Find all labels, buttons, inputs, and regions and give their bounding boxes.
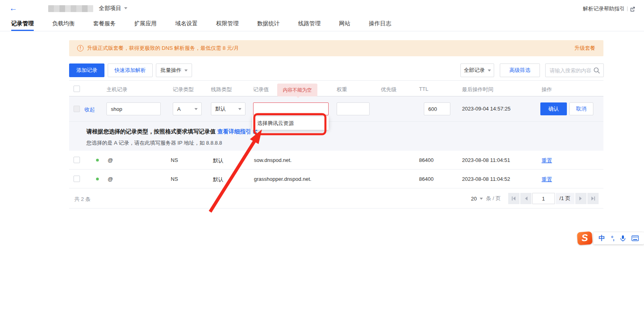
- row-checkbox[interactable]: [74, 157, 80, 163]
- header-ttl: TTL: [419, 86, 428, 92]
- select-all-checkbox[interactable]: [74, 86, 80, 92]
- last-operated-time: 2023-09-04 14:57:25: [462, 106, 511, 112]
- table-row: @ NS 默认 grasshopper.dnspod.net. 86400 20…: [69, 170, 603, 188]
- header-weight: 权重: [337, 86, 347, 93]
- cell-line: 默认: [213, 157, 223, 164]
- record-edit-area: 收起 A 默认 2023-09-04 14:57:25 确认 取消 请根据您选择…: [69, 96, 603, 151]
- record-value-input[interactable]: [253, 102, 329, 115]
- weight-input[interactable]: [337, 102, 370, 115]
- prev-page-button[interactable]: [520, 193, 532, 204]
- project-selector[interactable]: 全部项目: [99, 5, 127, 12]
- help-guide-label: 解析记录帮助指引: [583, 5, 625, 12]
- tab-domain-settings[interactable]: 域名设置: [175, 17, 198, 31]
- table-footer: 共 2 条 20 条 / 页 /1 页: [69, 188, 603, 209]
- row-checkbox[interactable]: [74, 106, 80, 112]
- record-value-help: 请根据您选择的记录类型，按照格式要求填写记录值 查看详细指引 您选择的是 A 记…: [69, 121, 603, 151]
- keyboard-icon[interactable]: [632, 235, 639, 241]
- help-detail: 您选择的是 A 记录，请在此填写服务器 IP 地址，如 8.8.8.8: [86, 139, 222, 147]
- validation-tooltip: 内容不能为空: [277, 84, 317, 96]
- back-arrow-icon[interactable]: ←: [9, 4, 18, 12]
- tab-extensions[interactable]: 扩展应用: [134, 17, 157, 31]
- dns-record-management-page: ← 全部项目 解析记录帮助指引 记录管理 负载均衡 套餐服务 扩展应用 域名设置…: [0, 0, 644, 311]
- chevron-down-icon: [488, 70, 491, 72]
- upgrade-banner: ! 升级正式版套餐，获得更极致的 DNS 解析服务，最低仅需 8 元/月 升级套…: [69, 40, 603, 56]
- next-page-button[interactable]: [575, 193, 587, 204]
- help-guide-link[interactable]: 解析记录帮助指引: [583, 5, 635, 12]
- select-tencent-resource-option[interactable]: 选择腾讯云资源: [252, 117, 329, 130]
- ime-toolbar: S 中 °,: [577, 232, 644, 245]
- page-number-input[interactable]: [532, 193, 555, 204]
- record-edit-row: 收起 A 默认 2023-09-04 14:57:25 确认 取消: [69, 96, 603, 121]
- tab-load-balancing[interactable]: 负载均衡: [52, 17, 75, 31]
- ime-language-toggle[interactable]: 中: [599, 234, 605, 243]
- batch-operation-button[interactable]: 批量操作: [156, 63, 192, 77]
- header-host: 主机记录: [106, 86, 127, 93]
- collapse-link[interactable]: 收起: [84, 106, 95, 113]
- host-record-input[interactable]: [106, 102, 161, 115]
- total-pages-label: /1 页: [556, 193, 574, 204]
- add-record-button[interactable]: 添加记录: [69, 63, 104, 77]
- chevron-down-icon: [238, 108, 241, 110]
- header-value: 记录值: [253, 86, 269, 93]
- tab-statistics[interactable]: 数据统计: [257, 17, 280, 31]
- tab-website[interactable]: 网站: [339, 17, 350, 31]
- cell-ttl: 86400: [419, 157, 433, 163]
- records-table: 主机记录 记录类型 线路类型 记录值 权重 优先级 TTL 最后操作时间 操作 …: [69, 80, 603, 209]
- advanced-filter-button[interactable]: 高级筛选: [500, 63, 540, 77]
- tab-permissions[interactable]: 权限管理: [216, 17, 239, 31]
- warning-circle-icon: !: [77, 45, 84, 51]
- cell-host: @: [108, 176, 113, 182]
- chevron-down-icon: [480, 198, 483, 200]
- record-type-select[interactable]: A: [173, 102, 202, 115]
- reset-link[interactable]: 重置: [542, 157, 552, 164]
- table-header: 主机记录 记录类型 线路类型 记录值 权重 优先级 TTL 最后操作时间 操作: [69, 80, 603, 96]
- microphone-icon[interactable]: [620, 235, 626, 242]
- tab-record-management[interactable]: 记录管理: [11, 17, 34, 31]
- cell-type: NS: [171, 157, 178, 163]
- reset-link[interactable]: 重置: [542, 176, 552, 183]
- per-page-label: 条 / 页: [486, 195, 501, 202]
- header-line: 线路类型: [211, 86, 232, 93]
- ime-punctuation-toggle[interactable]: °,: [611, 235, 614, 241]
- last-page-button[interactable]: [587, 193, 599, 204]
- quick-add-button[interactable]: 快速添加解析: [108, 63, 153, 77]
- table-row: @ NS 默认 sow.dnspod.net. 86400 2023-08-08…: [69, 151, 603, 170]
- confirm-button[interactable]: 确认: [540, 102, 567, 115]
- cell-value: grasshopper.dnspod.net.: [254, 176, 311, 182]
- banner-text: 升级正式版套餐，获得更极致的 DNS 解析服务，最低仅需 8 元/月: [87, 45, 239, 52]
- domain-name-redacted: [48, 5, 93, 12]
- cell-ttl: 86400: [419, 176, 433, 182]
- cell-time: 2023-08-08 11:04:52: [462, 176, 510, 182]
- upgrade-plan-link[interactable]: 升级套餐: [574, 45, 595, 52]
- topbar: ← 全部项目 解析记录帮助指引: [0, 0, 644, 17]
- search-icon[interactable]: [593, 67, 600, 74]
- ttl-input[interactable]: [424, 102, 450, 115]
- tab-operation-log[interactable]: 操作日志: [369, 17, 391, 31]
- header-type: 记录类型: [173, 86, 194, 93]
- detail-guide-link[interactable]: 查看详细指引: [217, 128, 251, 135]
- page-size-select[interactable]: 20: [471, 196, 482, 202]
- cancel-button[interactable]: 取消: [569, 102, 593, 115]
- total-count: 共 2 条: [74, 196, 90, 203]
- tabbar: 记录管理 负载均衡 套餐服务 扩展应用 域名设置 权限管理 数据统计 线路管理 …: [0, 17, 644, 31]
- tab-line-management[interactable]: 线路管理: [298, 17, 321, 31]
- row-checkbox[interactable]: [74, 176, 80, 182]
- header-priority: 优先级: [381, 86, 397, 93]
- cell-type: NS: [171, 176, 178, 182]
- cell-host: @: [108, 157, 113, 163]
- divider: [627, 6, 628, 11]
- help-title: 请根据您选择的记录类型，按照格式要求填写记录值 查看详细指引: [86, 128, 258, 135]
- ime-pill: 中 °,: [593, 232, 644, 244]
- header-action: 操作: [542, 86, 552, 93]
- sogou-logo-icon[interactable]: S: [577, 231, 593, 246]
- tab-plan-service[interactable]: 套餐服务: [93, 17, 116, 31]
- cell-value: sow.dnspod.net.: [254, 157, 292, 163]
- cell-time: 2023-08-08 11:04:51: [462, 157, 510, 163]
- status-dot-icon: [96, 159, 99, 162]
- first-page-button[interactable]: [508, 193, 519, 204]
- line-type-select[interactable]: 默认: [211, 102, 245, 115]
- project-selector-label: 全部项目: [99, 5, 121, 11]
- record-filter-dropdown[interactable]: 全部记录: [460, 63, 494, 77]
- chevron-down-icon: [194, 108, 198, 110]
- pagination: 20 条 / 页 /1 页: [471, 193, 599, 204]
